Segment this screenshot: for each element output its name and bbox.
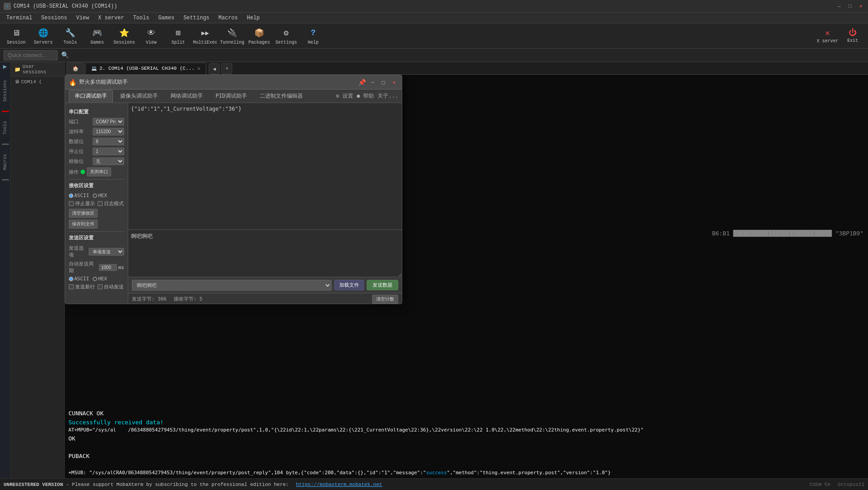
xserver-btn[interactable]: ✕ X server (816, 28, 839, 44)
toolbar-tunneling-btn[interactable]: 🔌 Tunneling (220, 25, 245, 47)
send-hex-radio[interactable]: HEX (93, 276, 107, 282)
send-hex-dot (93, 277, 97, 281)
receive-buttons: 清空接收区 保存到文件 (69, 209, 124, 229)
load-file-btn[interactable]: 加载文件 (334, 280, 364, 290)
maximize-button[interactable]: □ (846, 3, 854, 10)
toolbar-sessions-btn[interactable]: ⭐ Sessions (112, 25, 137, 47)
tab-nav-left[interactable]: ◀ (209, 63, 220, 74)
session-panel-title: User sessions (22, 64, 61, 75)
log-mode-check[interactable]: 日志模式 (98, 200, 124, 207)
toolbar-packages-btn[interactable]: 📦 Packages (247, 25, 272, 47)
databits-row: 数据位 8 (69, 138, 124, 145)
send-combo[interactable]: 啊吧啊吧 (132, 280, 332, 291)
menu-macros[interactable]: Macros (214, 14, 242, 22)
sidebar-divider3 (2, 179, 9, 180)
ascii-radio[interactable]: ASCII (69, 193, 89, 198)
sidebar-sessions-label[interactable]: Sessions (2, 78, 9, 103)
operation-label: 操作 (69, 169, 79, 175)
about-action[interactable]: 关于... (378, 92, 398, 100)
send-period-input[interactable] (99, 264, 117, 271)
help-action[interactable]: ● 帮助 (357, 92, 374, 100)
toolbar-view-btn[interactable]: 👁 View (139, 25, 164, 47)
overlay-minimize-btn[interactable]: — (369, 78, 377, 86)
tab-home[interactable]: 🏠 (67, 63, 85, 74)
minimize-button[interactable]: — (836, 3, 843, 10)
send-ascii-radio[interactable]: ASCII (69, 276, 89, 282)
toolbar-session-btn[interactable]: 🖥 Session (4, 25, 29, 47)
databits-select[interactable]: 8 (93, 138, 124, 145)
terminal-right-partial: B6:B1 ████████████████████████████ "3BP1… (712, 230, 864, 237)
overlay-tab-serial[interactable]: 串口调试助手 (69, 90, 113, 103)
sidebar-toggle[interactable]: ◀ (2, 64, 9, 71)
line-at-mpub: AT+MPUB="/sys/al /863488054279453/thing/… (68, 427, 864, 434)
toolbar-servers-btn[interactable]: 🌐 Servers (31, 25, 56, 47)
overlay-tab-camera[interactable]: 摄像头调试助手 (115, 90, 163, 103)
toolbar-games-btn[interactable]: 🎮 Games (85, 25, 110, 47)
send-period-row: 自动发送周期 ms (69, 261, 124, 274)
overlay-close-btn[interactable]: ✕ (390, 78, 398, 86)
exit-btn[interactable]: ⏻ Exit (841, 28, 864, 44)
menu-view[interactable]: View (72, 14, 94, 22)
unregistered-text: UNREGISTERED VERSION - Please support Mo… (4, 482, 289, 487)
tab-com14-close[interactable]: ✕ (197, 65, 200, 72)
newline-checkbox (69, 284, 74, 289)
toolbar-multiexec-btn[interactable]: ▶▶ MultiExec (193, 25, 218, 47)
sidebar-macros-label[interactable]: Macros (2, 152, 9, 172)
clear-receive-btn[interactable]: 清空接收区 (69, 209, 98, 218)
send-option-select[interactable]: 单项发送 (89, 248, 124, 256)
menu-terminal[interactable]: Terminal (2, 14, 37, 22)
quick-connect-input[interactable] (4, 50, 58, 60)
overlay-tab-pid[interactable]: PID调试助手 (210, 90, 252, 103)
newline-check[interactable]: 发送新行 (69, 283, 95, 290)
toolbar-view-label: View (146, 40, 157, 45)
databits-label: 数据位 (69, 138, 84, 145)
save-file-btn[interactable]: 保存到文件 (69, 220, 98, 229)
send-data-btn[interactable]: 发送数据 (367, 280, 398, 290)
baud-select[interactable]: 115200 (93, 128, 124, 135)
games-icon: 🎮 (91, 27, 103, 39)
menu-help[interactable]: Help (243, 14, 265, 22)
menu-tools[interactable]: Tools (129, 14, 154, 22)
tab-new[interactable]: + (221, 63, 232, 74)
session-item-com14[interactable]: 🖥 COM14 ( (11, 77, 64, 86)
view-icon: 👁 (145, 27, 157, 39)
stopbits-select[interactable]: 1 (93, 148, 124, 155)
send-period-unit: ms (118, 265, 124, 270)
send-textarea[interactable]: 啊吧啊吧 (128, 230, 402, 277)
hex-radio[interactable]: HEX (93, 193, 107, 198)
overlay-maximize-btn[interactable]: □ (379, 78, 387, 86)
settings-action[interactable]: ⚙ 设置 (336, 92, 353, 100)
line-empty1 (68, 443, 864, 452)
send-bytes: 发送字节: 306 (132, 296, 166, 302)
ascii-radio-label: ASCII (74, 193, 89, 198)
octopus-label: OctopusII (838, 482, 864, 487)
port-select[interactable]: COM7 Pro (93, 118, 124, 126)
toolbar-split-btn[interactable]: ⊞ Split (166, 25, 191, 47)
parity-select[interactable]: 无 (93, 157, 124, 165)
stop-display-check[interactable]: 停止显示 (69, 200, 95, 207)
overlay-app-icon: 🔥 (69, 79, 76, 86)
menu-sessions[interactable]: Sessions (37, 14, 72, 22)
terminal-area[interactable]: 🔥 野火多功能调试助手 📌 — □ ✕ 串口调试助手 摄像头调试助手 (65, 75, 868, 478)
xserver-label: X server (817, 39, 838, 44)
sidebar-tools-label[interactable]: Tools (2, 119, 9, 136)
tab-com14[interactable]: 💻 2. COM14 (USB-SERIAL CH340 (C... ✕ (85, 63, 206, 74)
serial-tool-overlay: 🔥 野火多功能调试助手 📌 — □ ✕ 串口调试助手 摄像头调试助手 (65, 75, 402, 304)
overlay-tab-binary[interactable]: 二进制文件编辑器 (254, 90, 308, 103)
menu-games[interactable]: Games (154, 14, 179, 22)
close-port-btn[interactable]: 关闭串口 (87, 167, 111, 176)
serial-config-title: 串口配置 (69, 108, 124, 115)
toolbar-multiexec-label: MultiExec (193, 40, 217, 45)
close-button[interactable]: ✕ (857, 3, 864, 10)
toolbar-help-btn[interactable]: ? Help (301, 25, 326, 47)
clear-count-btn[interactable]: 清空计数 (372, 295, 398, 304)
auto-send-check[interactable]: 自动发送 (98, 283, 124, 290)
mobatek-link[interactable]: https://mobaxterm.mobatek.net (296, 482, 382, 487)
toolbar-tools-btn[interactable]: 🔧 Tools (58, 25, 83, 47)
send-option-label: 发送选项 (69, 245, 89, 258)
pin-icon[interactable]: 📌 (358, 79, 366, 86)
menu-settings[interactable]: Settings (179, 14, 214, 22)
overlay-tab-network[interactable]: 网络调试助手 (165, 90, 208, 103)
menu-xserver[interactable]: X server (94, 14, 129, 22)
toolbar-settings-btn[interactable]: ⚙ Settings (274, 25, 299, 47)
